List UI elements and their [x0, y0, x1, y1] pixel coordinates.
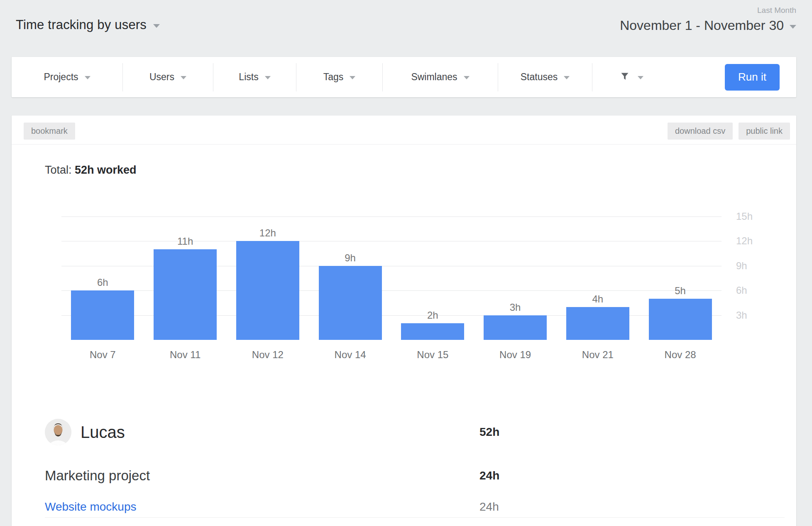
chevron-down-icon	[85, 76, 90, 79]
project-name: Marketing project	[45, 468, 150, 484]
filter-label: Users	[149, 71, 174, 83]
filter-label: Projects	[44, 71, 78, 83]
task-row-website-mockups: Website mockups24h	[45, 500, 751, 514]
project-row-marketing-project: Marketing project24h	[45, 468, 751, 484]
bar-nov-21[interactable]	[566, 307, 629, 340]
y-axis-label: 6h	[736, 284, 773, 297]
chart-x-axis: Nov 7Nov 11Nov 12Nov 14Nov 15Nov 19Nov 2…	[61, 349, 722, 361]
chevron-down-icon	[564, 76, 570, 79]
avatar	[45, 419, 71, 445]
filter-dropdown-users[interactable]: Users	[123, 57, 213, 97]
filter-dropdowns: ProjectsUsersListsTagsSwimlanesStatuses	[12, 57, 592, 97]
report-type-selector[interactable]: Time tracking by users	[16, 17, 160, 32]
download-csv-button[interactable]: download csv	[668, 123, 733, 140]
filter-label: Tags	[323, 71, 344, 83]
report-body: Total: 52h worked 6h11h12h9h2h3h4h5h Nov…	[12, 164, 796, 518]
bar-column-nov-28: 5h	[639, 177, 722, 340]
y-axis-label: 15h	[736, 210, 773, 223]
bookmark-button[interactable]: bookmark	[24, 123, 75, 140]
time-tracked-bar-chart: 6h11h12h9h2h3h4h5h Nov 7Nov 11Nov 12Nov …	[45, 177, 792, 374]
bar-value-label: 5h	[675, 285, 686, 297]
report-toolbar: bookmark download csv public link	[12, 116, 796, 145]
public-link-button[interactable]: public link	[739, 123, 790, 140]
toolbar-right: download csv public link	[668, 123, 790, 140]
bar-value-label: 9h	[345, 252, 356, 264]
bar-value-label: 11h	[177, 236, 193, 247]
bar-nov-12[interactable]	[236, 241, 299, 340]
chevron-down-icon	[153, 24, 160, 28]
time-tracking-report-page: Time tracking by users Last Month Novemb…	[0, 0, 812, 526]
task-link[interactable]: Website mockups	[45, 500, 136, 514]
bar-column-nov-14: 9h	[309, 177, 391, 340]
chevron-down-icon	[265, 76, 271, 79]
filter-dropdown-tags[interactable]: Tags	[296, 57, 382, 97]
chart-plot-area: 6h11h12h9h2h3h4h5h	[61, 177, 722, 340]
bar-column-nov-7: 6h	[61, 177, 144, 340]
x-axis-label: Nov 11	[144, 349, 227, 361]
user-name: Lucas	[81, 423, 125, 442]
x-axis-label: Nov 19	[474, 349, 557, 361]
project-hours: 24h	[479, 469, 499, 482]
bar-column-nov-15: 2h	[391, 177, 474, 340]
chevron-down-icon	[181, 76, 186, 79]
chevron-down-icon	[350, 76, 355, 79]
period-label: Last Month	[620, 6, 796, 15]
x-axis-label: Nov 7	[61, 349, 144, 361]
bars-row: 6h11h12h9h2h3h4h5h	[61, 177, 722, 340]
bar-nov-19[interactable]	[484, 315, 547, 340]
bar-column-nov-12: 12h	[227, 177, 309, 340]
bar-value-label: 3h	[510, 302, 521, 313]
filter-dropdown-lists[interactable]: Lists	[213, 57, 296, 97]
chevron-down-icon	[464, 76, 470, 79]
advanced-filter-dropdown[interactable]	[592, 57, 671, 97]
total-summary: Total: 52h worked	[45, 164, 796, 177]
date-range-selector[interactable]: November 1 - November 30	[620, 18, 796, 33]
bar-column-nov-19: 3h	[474, 177, 557, 340]
date-range-text: November 1 - November 30	[620, 18, 784, 33]
total-value: 52h worked	[75, 164, 137, 176]
report-card: bookmark download csv public link Total:…	[12, 116, 796, 526]
page-title: Time tracking by users	[16, 17, 147, 32]
filter-label: Swimlanes	[411, 71, 457, 83]
task-hours: 24h	[479, 500, 499, 514]
filter-label: Statuses	[521, 71, 558, 83]
x-axis-label: Nov 28	[639, 349, 722, 361]
user-breakdown-rows: Marketing project24hWebsite mockups24h	[45, 468, 796, 518]
bar-value-label: 2h	[427, 310, 438, 321]
bar-value-label: 6h	[97, 277, 108, 288]
run-it-button[interactable]: Run it	[725, 64, 780, 91]
bar-nov-28[interactable]	[649, 299, 712, 340]
bar-column-nov-21: 4h	[557, 177, 639, 340]
bar-nov-14[interactable]	[319, 266, 382, 340]
page-header: Time tracking by users Last Month Novemb…	[0, 0, 812, 57]
bar-nov-15[interactable]	[401, 323, 464, 340]
user-summary-row: Lucas 52h	[45, 419, 751, 445]
bar-nov-7[interactable]	[71, 290, 134, 340]
filter-dropdown-swimlanes[interactable]: Swimlanes	[383, 57, 498, 97]
date-area: Last Month November 1 - November 30	[620, 5, 796, 33]
bar-column-nov-11: 11h	[144, 177, 227, 340]
user-total-hours: 52h	[479, 425, 499, 439]
y-axis-label: 3h	[736, 309, 773, 322]
filter-funnel-icon	[620, 72, 629, 83]
total-label: Total:	[45, 164, 72, 176]
x-axis-label: Nov 14	[309, 349, 391, 361]
bar-nov-11[interactable]	[154, 249, 217, 340]
filter-bar: ProjectsUsersListsTagsSwimlanesStatuses …	[12, 57, 796, 97]
filter-dropdown-projects[interactable]: Projects	[12, 57, 122, 97]
chevron-down-icon	[638, 76, 643, 79]
y-axis-label: 12h	[736, 235, 773, 247]
bar-value-label: 4h	[592, 293, 604, 305]
x-axis-label: Nov 12	[227, 349, 309, 361]
chevron-down-icon	[790, 25, 796, 29]
x-axis-label: Nov 15	[391, 349, 474, 361]
x-axis-label: Nov 21	[557, 349, 639, 361]
bar-value-label: 12h	[259, 227, 276, 239]
filter-label: Lists	[239, 71, 258, 83]
filter-dropdown-statuses[interactable]: Statuses	[498, 57, 592, 97]
y-axis-label: 9h	[736, 260, 773, 272]
divider	[45, 517, 785, 518]
